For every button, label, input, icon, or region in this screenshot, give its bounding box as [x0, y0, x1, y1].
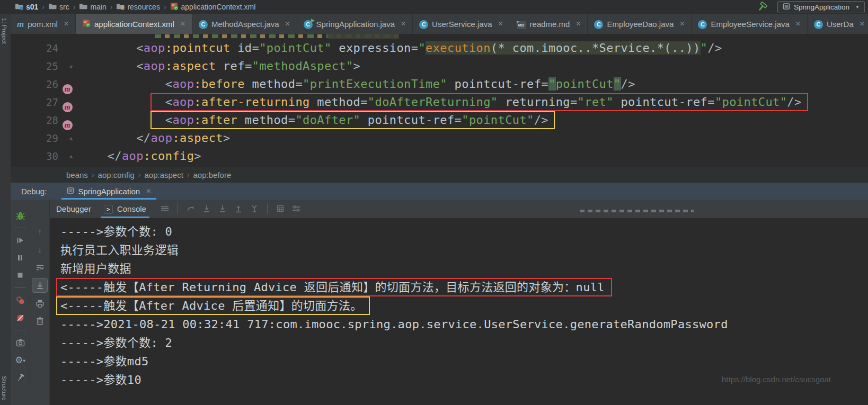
- fold-marker[interactable]: ▵: [69, 129, 74, 147]
- markdown-icon: MD: [517, 19, 526, 29]
- token: :config: [144, 149, 194, 163]
- nav-down-icon[interactable]: ↓: [30, 242, 49, 258]
- clipped-highlight-fragment: [327, 34, 399, 39]
- app-window-icon: [67, 187, 74, 196]
- force-step-into-icon[interactable]: [215, 202, 231, 215]
- build-hammer-icon[interactable]: [754, 0, 770, 14]
- token: aop: [144, 59, 165, 73]
- evaluate-icon[interactable]: [272, 202, 288, 215]
- editor-tab-MethodAspect.java[interactable]: CMethodAspect.java✕: [192, 14, 297, 34]
- view-tab-debugger[interactable]: Debugger: [50, 200, 98, 218]
- breadcrumb-item-src[interactable]: src: [48, 3, 69, 12]
- xml-crumb-beans[interactable]: beans: [66, 170, 88, 179]
- annotation-box-red: <-----触发【After Returning Advice 返回后通知】的切…: [56, 278, 612, 296]
- token: />: [787, 95, 801, 109]
- xml-crumb-aop:before[interactable]: aop:before: [193, 170, 232, 179]
- token: aop: [150, 131, 172, 145]
- line-number: 24: [29, 39, 58, 57]
- tool-stripe-project[interactable]: 1: Project: [1, 18, 7, 44]
- close-icon[interactable]: ✕: [860, 20, 865, 28]
- annotation-box-yellow: <-----触发【After Advice 后置通知】的切面方法。: [56, 296, 370, 315]
- resume-icon[interactable]: [11, 232, 30, 248]
- close-icon[interactable]: ✕: [575, 20, 581, 28]
- indent: [78, 131, 136, 145]
- class-icon: C: [594, 19, 603, 29]
- soft-wrap-icon[interactable]: [30, 259, 49, 275]
- token: id: [231, 41, 252, 55]
- class-icon: C: [199, 19, 208, 29]
- scroll-end-icon[interactable]: [32, 278, 48, 293]
- xml-crumb-aop:aspect[interactable]: aop:aspect: [144, 170, 183, 179]
- close-icon[interactable]: ✕: [285, 20, 290, 28]
- editor-tab-pom.xml[interactable]: mpom.xml✕: [11, 14, 76, 34]
- tool-stripe-structure[interactable]: Structure: [1, 376, 7, 401]
- fold-marker[interactable]: ▵: [69, 147, 74, 165]
- breadcrumb-item-s01[interactable]: s01: [15, 3, 38, 12]
- editor-tab-UserService.java[interactable]: CUserService.java✕: [413, 14, 510, 34]
- close-icon[interactable]: ✕: [679, 20, 685, 28]
- options-menu-icon[interactable]: [157, 202, 173, 215]
- token: "printExecutionTime": [303, 77, 447, 91]
- stop-icon[interactable]: [11, 267, 30, 283]
- mute-breakpoints-icon[interactable]: [11, 310, 30, 326]
- view-tab-console[interactable]: >Console: [98, 200, 153, 218]
- trash-icon[interactable]: [30, 313, 49, 329]
- close-icon[interactable]: ✕: [64, 20, 69, 28]
- step-into-icon[interactable]: [199, 202, 215, 215]
- editor-tab-UserDa[interactable]: CUserDa✕: [808, 14, 868, 34]
- rerun-icon[interactable]: [183, 202, 199, 215]
- token: method: [245, 77, 296, 91]
- token: pointcut-ref: [614, 95, 707, 109]
- indent: [78, 59, 136, 73]
- line-number: 28: [29, 111, 58, 129]
- close-icon[interactable]: ✕: [498, 20, 503, 28]
- token: />: [621, 77, 635, 91]
- token: pointcut-ref: [447, 77, 541, 91]
- token: returning: [498, 95, 570, 109]
- editor-tab-applicationContext.xml[interactable]: applicationContext.xml✕: [76, 14, 192, 34]
- token: >: [353, 59, 361, 73]
- view-tab-label: Console: [117, 204, 146, 213]
- pin-icon[interactable]: [11, 370, 30, 385]
- breadcrumb-item-resources[interactable]: resources: [116, 3, 160, 12]
- editor-tab-EmployeeService.java[interactable]: CEmployeeService.java✕: [692, 14, 807, 34]
- xml-breadcrumbs: beans›aop:config›aop:aspect›aop:before: [11, 167, 868, 183]
- xml-crumb-aop:config[interactable]: aop:config: [98, 170, 135, 179]
- editor-tab-EmployeeDao.java[interactable]: CEmployeeDao.java✕: [588, 14, 692, 34]
- close-icon[interactable]: ✕: [146, 187, 151, 195]
- view-breakpoints-icon[interactable]: [11, 292, 30, 308]
- close-icon[interactable]: ✕: [795, 20, 801, 28]
- class-icon: C: [698, 19, 707, 29]
- bug-icon[interactable]: [11, 208, 30, 223]
- step-out-icon[interactable]: [231, 202, 246, 215]
- close-icon[interactable]: ✕: [180, 20, 185, 28]
- editor-tab-SpringApplication.java[interactable]: CSpringApplication.java✕: [297, 14, 413, 34]
- close-icon[interactable]: ✕: [401, 20, 406, 28]
- debug-session-tab[interactable]: SpringApplication ✕: [61, 183, 156, 200]
- token: =: [360, 95, 368, 109]
- token: <: [165, 113, 173, 127]
- run-configuration-select[interactable]: SpringApplication ▼: [777, 1, 865, 13]
- layout-settings-icon[interactable]: [288, 202, 304, 215]
- token: ": [418, 41, 426, 55]
- fold-marker[interactable]: ▿: [69, 57, 74, 75]
- chevron-right-icon: ›: [138, 170, 141, 179]
- token: pointcut-ref: [360, 113, 454, 127]
- ide-window: 1: Project Structure s01›src›main›resour…: [0, 0, 868, 405]
- breadcrumb-item-applicationContext.xml[interactable]: applicationContext.xml: [170, 2, 256, 12]
- gear-icon[interactable]: ⚙▾: [11, 352, 30, 368]
- console-line: <-----触发【After Advice 后置通知】的切面方法。: [60, 296, 868, 315]
- editor-tab-readme.md[interactable]: MDreadme.md✕: [510, 14, 588, 34]
- breadcrumb-item-main[interactable]: main: [79, 3, 106, 12]
- token: "pointCut": [462, 113, 534, 127]
- run-to-cursor-icon[interactable]: [246, 202, 262, 215]
- chevron-right-icon: ›: [110, 3, 113, 11]
- camera-icon[interactable]: [11, 335, 30, 350]
- token: ": [548, 77, 556, 91]
- debug-view-toolbar: Debugger>Console: [50, 200, 868, 218]
- token: method: [310, 95, 361, 109]
- editor[interactable]: 24 <aop:pointcut id="pointCut" expressio…: [11, 34, 868, 167]
- pause-icon[interactable]: [11, 250, 30, 266]
- print-icon[interactable]: [30, 295, 49, 311]
- nav-up-icon[interactable]: ↑: [30, 224, 49, 240]
